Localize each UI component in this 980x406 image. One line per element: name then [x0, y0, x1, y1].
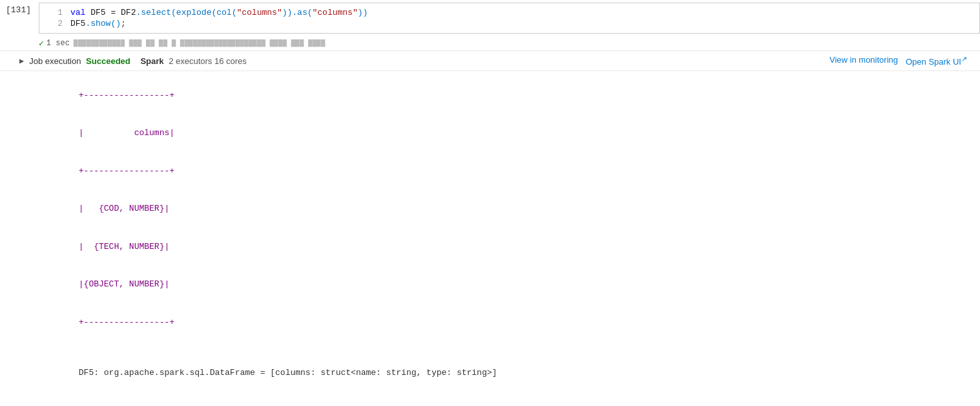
table-border-mid-131: +-----------------+ [79, 166, 174, 176]
output-area-131: +-----------------+ | columns| +--------… [0, 71, 980, 392]
output-table-131: +-----------------+ | columns| +--------… [48, 76, 980, 341]
notebook-container: [131] 1 val DF5 = DF2.select(explode(col… [0, 0, 980, 406]
code-line-2: 2 DF5.show(); [39, 18, 979, 29]
code-text-1: val DF5 = DF2.select(explode(col("column… [70, 8, 368, 17]
job-bar-links-131: View in monitoring Open Spark UI↗ [829, 55, 980, 67]
check-icon-131: ✓ [39, 38, 44, 48]
table-border-top-131: +-----------------+ [79, 91, 174, 100]
job-label-131: Job execution Succeeded Spark 2 executor… [29, 56, 247, 66]
external-link-icon-131: ↗ [961, 55, 967, 63]
df-type-131: DF5: org.apache.spark.sql.DataFrame = [c… [48, 352, 980, 387]
cell-131-code[interactable]: 1 val DF5 = DF2.select(explode(col("colu… [39, 3, 980, 34]
table-row-2-131: | {TECH, NUMBER}| [79, 242, 169, 251]
job-label-text-131: Job execution [29, 56, 81, 66]
open-spark-ui-text-131: Open Spark UI [906, 57, 961, 67]
job-status-131: Succeeded [86, 56, 130, 66]
code-line-1: 1 val DF5 = DF2.select(explode(col("colu… [39, 7, 979, 18]
cell-131: [131] 1 val DF5 = DF2.select(explode(col… [0, 0, 980, 36]
table-header-131: | columns| [79, 128, 174, 138]
timing-131: 1 sec [47, 39, 70, 48]
job-spark-131: Spark [140, 56, 163, 66]
job-bar-131: ▶ Job execution Succeeded Spark 2 execut… [0, 50, 980, 71]
line-num-2: 2 [45, 19, 63, 28]
view-in-monitoring-link-131[interactable]: View in monitoring [829, 55, 898, 67]
job-cores-131: 2 executors 16 cores [169, 56, 247, 66]
table-border-bot-131: +-----------------+ [79, 317, 174, 327]
open-spark-ui-link-131[interactable]: Open Spark UI↗ [906, 55, 967, 67]
meta-131: ████████████ ███ ██ ██ █ ███████████████… [74, 39, 325, 47]
cell-131-number: [131] [0, 3, 39, 15]
df-type-text-131: DF5: org.apache.spark.sql.DataFrame = [c… [79, 368, 497, 378]
exec-status-131: ✓ 1 sec ████████████ ███ ██ ██ █ ███████… [0, 36, 980, 50]
table-row-3-131: |{OBJECT, NUMBER}| [79, 279, 169, 289]
code-text-2: DF5.show(); [70, 19, 126, 28]
table-row-1-131: | {COD, NUMBER}| [79, 204, 169, 213]
expand-icon-131[interactable]: ▶ [19, 56, 24, 66]
line-num-1: 1 [45, 8, 63, 17]
